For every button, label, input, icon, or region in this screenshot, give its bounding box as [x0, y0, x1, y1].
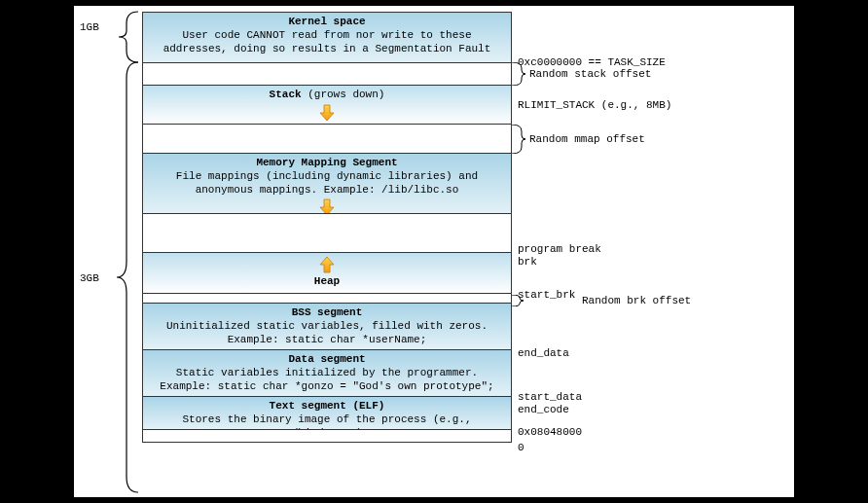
- segment-text: Text segment (ELF) Stores the binary ima…: [142, 396, 512, 429]
- segment-bss-desc: Uninitialized static variables, filled w…: [149, 320, 505, 347]
- segment-stack: Stack (grows down): [142, 85, 512, 124]
- segment-stack-title: Stack: [270, 89, 302, 100]
- label-rand-brk: Random brk offset: [582, 295, 691, 306]
- segment-stack-label: Stack (grows down): [149, 89, 505, 102]
- label-end-code: end_code: [518, 404, 569, 415]
- label-task-size: 0xc0000000 == TASK_SIZE: [518, 56, 666, 68]
- segment-mmap-title: Memory Mapping Segment: [149, 157, 505, 170]
- arrow-down-icon: [318, 104, 336, 122]
- left-size-column: 1GB 3GB: [74, 12, 142, 492]
- gap-zero: [142, 429, 512, 443]
- label-start-data: start_data: [518, 391, 582, 403]
- segment-data: Data segment Static variables initialize…: [142, 349, 512, 396]
- label-rlimit-stack: RLIMIT_STACK (e.g., 8MB): [518, 99, 671, 111]
- segment-kernel: Kernel space User code CANNOT read from …: [142, 12, 512, 62]
- label-start-brk: start_brk: [518, 289, 575, 301]
- segment-text-title: Text segment (ELF): [149, 400, 505, 413]
- segment-kernel-title: Kernel space: [149, 16, 505, 29]
- segment-stack-note: (grows down): [307, 89, 384, 100]
- label-text-addr: 0x08048000: [518, 426, 582, 438]
- heap-arrow-up: [149, 256, 505, 273]
- gap-stack-offset: [142, 62, 512, 85]
- right-annotations: 0xc0000000 == TASK_SIZE Random stack off…: [512, 12, 716, 492]
- segment-heap-title: Heap: [149, 275, 505, 289]
- gap-brk-offset: [142, 293, 512, 303]
- segment-data-desc: Static variables initialized by the prog…: [149, 367, 505, 394]
- label-1gb: 1GB: [80, 21, 99, 33]
- bracket-rand-stack: [512, 62, 525, 86]
- memory-layout-diagram: 1GB 3GB Kernel space User code CANNOT re…: [73, 5, 795, 498]
- label-end-data: end_data: [518, 347, 569, 359]
- label-rand-mmap: Random mmap offset: [529, 133, 645, 145]
- bracket-rand-mmap: [512, 125, 525, 154]
- label-program-break: program break: [518, 243, 601, 255]
- segment-bss-title: BSS segment: [149, 306, 505, 320]
- gap-heap-grow: [142, 213, 512, 252]
- segment-data-title: Data segment: [149, 353, 505, 367]
- label-3gb: 3GB: [80, 272, 99, 284]
- brace-3gb: [105, 62, 140, 492]
- segment-heap: Heap: [142, 252, 512, 293]
- stack-arrow-down: [149, 104, 505, 122]
- address-space-stack: Kernel space User code CANNOT read from …: [142, 12, 512, 443]
- bracket-rand-brk: [512, 295, 525, 306]
- segment-mmap-desc: File mappings (including dynamic librari…: [149, 170, 505, 198]
- brace-1gb: [105, 12, 140, 62]
- label-zero: 0: [518, 442, 524, 453]
- diagram-body: 1GB 3GB Kernel space User code CANNOT re…: [74, 12, 716, 492]
- segment-bss: BSS segment Uninitialized static variabl…: [142, 303, 512, 349]
- segment-kernel-desc: User code CANNOT read from nor write to …: [149, 29, 505, 56]
- label-brk: brk: [518, 256, 537, 268]
- gap-mmap-offset: [142, 124, 512, 153]
- label-rand-stack: Random stack offset: [529, 68, 651, 80]
- arrow-up-icon: [318, 256, 336, 273]
- segment-mmap: Memory Mapping Segment File mappings (in…: [142, 153, 512, 213]
